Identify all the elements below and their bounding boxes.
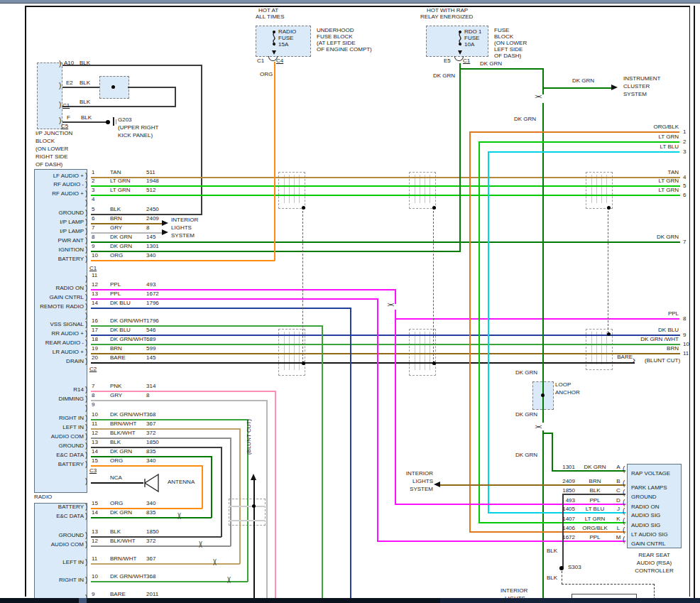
splice-dot-icon	[111, 85, 115, 89]
label-instrument_cluster-l1: INSTRUMENT	[623, 75, 660, 82]
wire-segment-blkwht	[230, 438, 231, 546]
splice-dot-icon	[432, 362, 436, 365]
rsa-circuit-number: 1407	[551, 516, 575, 522]
inline-connector-icon: )(	[535, 425, 542, 428]
label-radio-name: RADIO	[34, 494, 52, 500]
label-loop_anchor-wire_below: DK GRN	[515, 411, 537, 418]
pin-number: 14	[92, 509, 98, 516]
label-fuse_rap-loc3: (ON LOWER	[494, 40, 527, 46]
pin-socket-icon: )	[85, 349, 87, 356]
wire-segment-ltblu	[488, 151, 489, 513]
wire-color-label: BRN	[110, 215, 122, 222]
shield-pin-tick	[289, 332, 290, 370]
pin-number: 15	[92, 457, 98, 464]
rsa-pin-letter: J	[615, 506, 622, 512]
wire-segment-dkgrnwht	[322, 325, 323, 603]
pin-function-label: AUDIO COM	[34, 541, 84, 548]
wire-color-label: BLK	[110, 206, 121, 212]
pin-number: 5	[92, 206, 94, 212]
circuit-number: 367	[146, 420, 155, 427]
pin-socket-icon: )	[85, 200, 87, 207]
circuit-number: 2011	[146, 591, 158, 597]
taskbar-segment	[440, 598, 700, 603]
circuit-number: 1850	[146, 528, 159, 535]
wire-segment-blk	[62, 87, 99, 88]
wire-segment-drain	[608, 207, 608, 333]
splice-dot-icon	[252, 504, 256, 508]
rsa-circuit-number: 493	[551, 497, 575, 504]
edge-wire-label: ORG/BLK	[622, 124, 679, 130]
instrument-cluster-arrow-icon	[611, 85, 618, 90]
pin-socket-icon: )	[85, 504, 87, 511]
label-junction-w2: BLK	[80, 80, 90, 86]
circuit-number: 367	[146, 555, 155, 562]
label-rsa-splice: S303	[568, 564, 581, 570]
pin-function-label: IGNITION	[34, 246, 84, 253]
interior-lights-arrow-icon	[162, 229, 168, 235]
wire-segment-blk	[62, 106, 175, 107]
label-loop_anchor-wire_below2: DK GRN	[515, 452, 537, 458]
edge-wire-label: DK GRN	[622, 234, 679, 240]
taskbar[interactable]	[0, 598, 700, 603]
wire-segment-ppl	[395, 289, 396, 304]
edge-wire-number: 5	[683, 183, 686, 189]
rsa-pin-function: GAIN CNTRL	[631, 540, 665, 547]
rsa-pin-function: LT AUDIO SIG	[631, 531, 668, 538]
wire-segment-nca	[91, 482, 143, 484]
wire-color-label: GRY	[110, 392, 122, 398]
wire-color-label: PPL	[110, 290, 121, 297]
label-junction-gnd1: (UPPER RIGHT	[118, 124, 158, 131]
label-fuse_rap-amp: 10A	[464, 41, 474, 48]
label-fuse_rap-loc4: LEFT SIDE	[494, 46, 523, 53]
window-chrome-bar	[0, 0, 700, 4]
label-interior2-l1: INTERIOR	[383, 470, 433, 477]
pin-function-label: DRAIN	[34, 358, 84, 364]
shield-pin-tick	[284, 332, 285, 370]
pin-socket-icon: (	[623, 489, 625, 496]
rsa-circuit-number: 1672	[551, 534, 575, 540]
inline-connector-icon: )(	[388, 303, 394, 306]
circuit-number: 1796	[146, 300, 159, 306]
circuit-number: 340	[146, 457, 155, 464]
shield-pin-tick	[596, 175, 597, 203]
wire-segment-ppl	[377, 540, 625, 542]
circuit-number: 340	[146, 500, 155, 506]
pin-socket-icon: )	[85, 478, 87, 485]
wire-segment-drain	[433, 207, 434, 363]
circuit-number: 835	[146, 448, 155, 455]
wire-segment-bare	[91, 362, 635, 364]
edge-wire-number: 2	[683, 138, 686, 145]
wire-color-label: PPL	[110, 281, 121, 288]
rsa-circuit-number: 1301	[551, 464, 575, 470]
pin-socket-icon: )	[85, 294, 87, 301]
pin-socket-icon: )	[85, 559, 87, 566]
label-junction-l3: (ON LOWER	[35, 146, 68, 152]
wire-color-label: TAN	[110, 169, 121, 175]
wire-color-label: BLK	[110, 439, 121, 445]
wire-color-label: DK GRN	[110, 234, 132, 240]
label-junction-gnd: G203	[118, 116, 132, 123]
wire-color-label: BLK/WHT	[110, 538, 136, 544]
splice-dot-icon	[607, 206, 611, 210]
pin-number: 13	[92, 290, 98, 297]
pin-function-label: LF AUDIO +	[34, 173, 84, 179]
label-junction-pin3: C1	[62, 102, 70, 109]
pin-socket-icon: )	[85, 246, 87, 254]
fuse-element-icon	[270, 31, 278, 48]
pin-socket-icon: )	[85, 405, 87, 412]
label-interior3-l1: INTERIOR	[501, 587, 527, 594]
wire-segment-blk	[175, 87, 176, 107]
rsa-circuit-number: 2409	[551, 478, 575, 484]
wire-segment-ppl	[377, 298, 378, 541]
ground-symbol-icon	[116, 119, 116, 124]
circuit-number: 8	[146, 392, 149, 398]
pin-socket-icon: )	[85, 577, 87, 584]
circuit-number: 689	[146, 336, 155, 342]
shield-pin-tick	[425, 332, 425, 370]
circuit-number: 835	[146, 509, 155, 516]
pin-function-label: GROUND	[34, 210, 84, 216]
shield-pin-tick	[430, 332, 430, 370]
label-bare_cut-wire: BARE	[597, 354, 633, 360]
label-junction-pin1: A10	[64, 60, 74, 66]
pin-socket-icon: )	[85, 219, 87, 226]
